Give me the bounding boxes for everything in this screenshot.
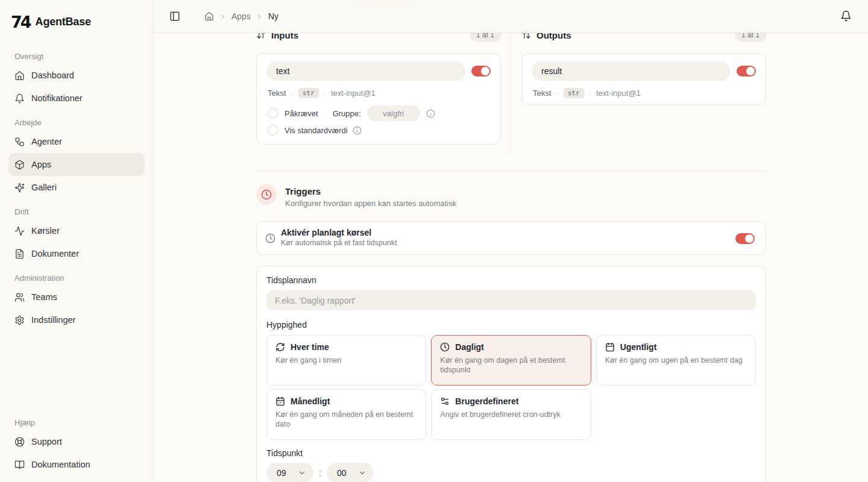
meta-separator: · <box>589 89 591 98</box>
time-separator: : <box>319 468 321 478</box>
clock-icon <box>440 342 450 352</box>
sidebar-item-indstillinger[interactable]: Indstillinger <box>8 308 145 331</box>
minute-select[interactable]: 00 <box>327 463 374 482</box>
app-title: AgentBase <box>36 16 91 28</box>
sidebar-item-label: Agenter <box>31 137 62 146</box>
input-options-row-2: Vis standardværdi <box>268 125 362 136</box>
meta-separator: · <box>291 89 293 98</box>
frequency-option-title: Brugerdefineret <box>455 396 518 406</box>
sidebar-item-support[interactable]: Support <box>8 430 145 453</box>
group-label: Gruppe: <box>333 109 361 118</box>
sidebar-item-teams[interactable]: Teams <box>8 286 145 308</box>
sidebar-item-dashboard[interactable]: Dashboard <box>8 64 145 87</box>
chevron-right-icon <box>219 13 227 20</box>
breadcrumb: Apps Ny <box>204 11 278 21</box>
sidebar: 74 AgentBase Oversigt Dashboard Notifika… <box>0 0 154 482</box>
bell-icon <box>840 10 852 22</box>
input-enabled-toggle[interactable] <box>471 66 491 77</box>
sidebar-item-label: Apps <box>31 160 51 169</box>
chevron-down-icon <box>298 469 306 477</box>
triggers-title: Triggers <box>285 184 456 196</box>
chevron-down-icon <box>358 469 366 477</box>
panel-left-icon <box>169 11 180 22</box>
sidebar-item-dokumentation[interactable]: Dokumentation <box>8 453 145 476</box>
frequency-option-description: Angiv et brugerdefineret cron-udtryk <box>440 410 582 419</box>
home-icon[interactable] <box>204 11 214 21</box>
info-icon[interactable] <box>353 126 362 135</box>
info-icon[interactable] <box>426 109 435 118</box>
notifications-bell-button[interactable] <box>840 10 854 23</box>
sidebar-item-korsler[interactable]: Kørsler <box>8 219 145 242</box>
document-icon <box>14 249 25 259</box>
breadcrumb-apps[interactable]: Apps <box>231 11 251 21</box>
type-badge: str <box>564 88 584 98</box>
triggers-header-text: Triggers Konfigurer hvordan appen kan st… <box>285 184 456 208</box>
output-field-card: Tekst · str · text-input@1 <box>521 53 766 105</box>
box-icon <box>14 160 25 170</box>
frequency-option-daily[interactable]: Dagligt Kør én gang om dagen på et beste… <box>431 335 591 386</box>
gear-icon <box>14 315 25 325</box>
sidebar-item-label: Teams <box>31 292 57 302</box>
frequency-option-custom[interactable]: Brugerdefineret Angiv et brugerdefineret… <box>431 389 591 440</box>
section-divider <box>256 171 766 171</box>
meta-separator: · <box>324 89 326 98</box>
frequency-option-monthly[interactable]: Månedligt Kør én gang om måneden på en b… <box>266 389 426 440</box>
frequency-option-weekly[interactable]: Ugentligt Kør én gang om ugen på en best… <box>596 335 756 386</box>
hour-select[interactable]: 09 <box>266 463 313 482</box>
sidebar-section-oversigt: Oversigt <box>14 52 139 61</box>
workflow-icon <box>14 137 25 147</box>
columns-divider <box>511 27 511 154</box>
schedule-name-input[interactable] <box>266 290 756 310</box>
sidebar-spacer <box>8 331 145 410</box>
sidebar-item-label: Notifikationer <box>31 93 83 103</box>
output-name-field[interactable] <box>532 61 731 81</box>
schedule-enable-toggle[interactable] <box>735 233 755 244</box>
home-icon <box>14 70 25 81</box>
sidebar-item-galleri[interactable]: Galleri <box>8 176 145 199</box>
required-checkbox[interactable] <box>268 108 278 119</box>
sidebar-item-dokumenter[interactable]: Dokumenter <box>8 242 145 265</box>
frequency-option-title: Månedligt <box>291 396 330 406</box>
output-component-label: text-input@1 <box>596 89 641 98</box>
triggers-subtitle: Konfigurer hvordan appen kan startes aut… <box>285 199 456 208</box>
sidebar-item-apps[interactable]: Apps <box>8 153 145 176</box>
sidebar-item-notifikationer[interactable]: Notifikationer <box>8 87 145 110</box>
app-logo[interactable]: 74 AgentBase <box>11 11 145 33</box>
clock-icon <box>265 233 275 243</box>
frequency-option-title: Dagligt <box>455 342 483 352</box>
sidebar-item-agenter[interactable]: Agenter <box>8 130 145 153</box>
schedule-name-label: Tidsplannavn <box>266 275 756 285</box>
frequency-option-hourly[interactable]: Hver time Kør én gang i timen <box>266 335 426 386</box>
frequency-grid: Hver time Kør én gang i timen Dagligt Kø… <box>266 335 756 440</box>
book-open-icon <box>14 460 25 470</box>
required-label: Påkrævet <box>285 109 318 118</box>
input-name-field[interactable] <box>266 61 465 81</box>
activity-icon <box>14 226 25 236</box>
sidebar-item-label: Dokumentation <box>31 460 90 469</box>
sidebar-item-label: Kørsler <box>31 226 60 236</box>
frequency-label: Hyppighed <box>266 320 756 330</box>
sidebar-item-label: Dashboard <box>31 70 74 80</box>
chevron-right-icon <box>256 13 263 20</box>
show-default-checkbox[interactable] <box>268 125 278 136</box>
page-content: Inputs 1 af 1 Outputs 1 af 1 Tekst · str… <box>154 0 868 482</box>
input-field-card: Tekst · str · text-input@1 Påkrævet Grup… <box>256 53 501 145</box>
type-badge: str <box>298 88 319 98</box>
output-enabled-toggle[interactable] <box>737 66 756 77</box>
group-field[interactable] <box>367 105 420 121</box>
time-row: 09 : 00 <box>266 463 756 482</box>
sidebar-section-administration: Administration <box>14 274 139 283</box>
sidebar-toggle-button[interactable] <box>167 8 183 24</box>
lifebuoy-icon <box>14 437 25 447</box>
input-options-row-1: Påkrævet Gruppe: <box>268 105 435 121</box>
hour-value: 09 <box>277 468 286 478</box>
meta-separator: · <box>556 89 558 98</box>
triggers-icon-badge <box>256 184 277 205</box>
schedule-config-card: Tidsplannavn Hyppighed Hver time Kør én … <box>256 266 766 482</box>
sidebar-item-label: Indstillinger <box>31 315 75 325</box>
input-meta-row: Tekst · str · text-input@1 <box>268 88 376 98</box>
users-icon <box>14 292 25 302</box>
sidebar-section-drift: Drift <box>14 207 139 216</box>
output-type-label: Tekst <box>533 89 551 98</box>
main-area: Inputs 1 af 1 Outputs 1 af 1 Tekst · str… <box>154 0 868 482</box>
